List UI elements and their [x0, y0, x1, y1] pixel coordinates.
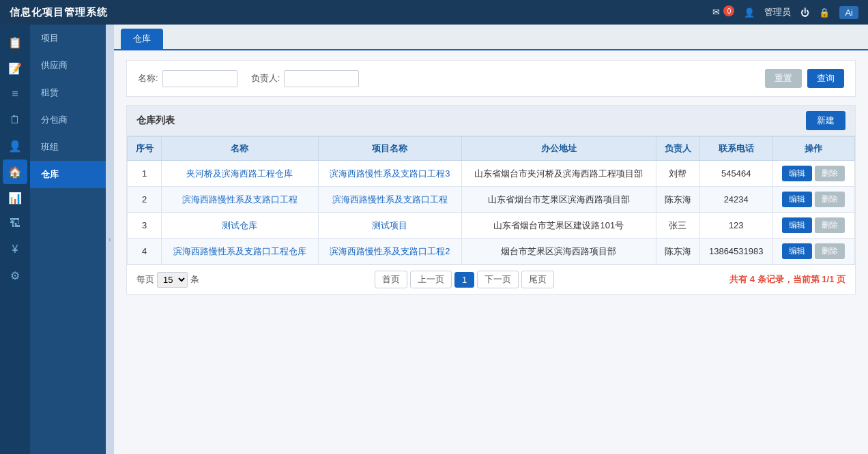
sidebar-label-project: 项目: [41, 32, 59, 44]
cell-name[interactable]: 滨海西路慢性系及支路口工程仓库: [162, 239, 319, 264]
sidebar-icon-project[interactable]: 📋: [3, 30, 27, 55]
sidebar-collapse-handle[interactable]: ‹: [106, 25, 114, 454]
edit-button[interactable]: 编辑: [782, 217, 812, 233]
cell-phone: 13864531983: [699, 239, 772, 264]
sidebar-item-supplier[interactable]: 供应商: [30, 52, 106, 79]
col-id: 序号: [128, 137, 162, 161]
app-title: 信息化项目管理系统: [10, 6, 108, 19]
sidebar-icon-money[interactable]: ¥: [3, 237, 27, 262]
sidebar-icon-extra2[interactable]: 🏗: [3, 211, 27, 236]
table-header-row: 序号 名称 项目名称 办公地址 负责人 联系电话 操作: [128, 137, 855, 161]
sidebar-icon-rental[interactable]: ≡: [3, 82, 27, 106]
table-body: 1夹河桥及滨海西路工程仓库滨海西路慢性系及支路口工程3山东省烟台市夹河桥及滨海西…: [128, 161, 855, 264]
prev-page-button[interactable]: 上一页: [410, 271, 452, 288]
total-count: 4: [750, 274, 757, 284]
cell-name[interactable]: 夹河桥及滨海西路工程仓库: [162, 161, 319, 187]
cell-phone: 123: [699, 213, 772, 239]
total-prefix: 共有: [729, 274, 747, 284]
sidebar-icon-supplier[interactable]: 📝: [3, 56, 27, 80]
sidebar-label-warehouse: 仓库: [41, 168, 59, 181]
cell-address: 山东省烟台市夹河桥及滨海西路工程项目部: [461, 161, 656, 187]
warehouse-table: 序号 名称 项目名称 办公地址 负责人 联系电话 操作 1夹河桥及滨海西路工程仓…: [127, 136, 855, 264]
table-title: 仓库列表: [136, 115, 175, 127]
cell-address: 山东省烟台市芝果区滨海西路项目部: [461, 187, 656, 213]
cell-name[interactable]: 滨海西路慢性系及支路口工程: [162, 187, 319, 213]
sidebar-item-warehouse[interactable]: 仓库: [30, 161, 106, 188]
cell-project[interactable]: 测试项目: [318, 213, 461, 239]
ai-label[interactable]: Ai: [839, 6, 858, 19]
col-name: 名称: [162, 137, 319, 161]
delete-button[interactable]: 删除: [815, 243, 845, 259]
cell-id: 3: [128, 213, 162, 239]
message-badge: 0: [723, 5, 734, 16]
cell-action: 编辑删除: [772, 239, 854, 264]
cell-name[interactable]: 测试仓库: [162, 213, 319, 239]
total-suffix: 条记录，当前第 1/1 页: [757, 274, 845, 284]
search-buttons: 重置 查询: [765, 69, 844, 88]
last-page-button[interactable]: 尾页: [521, 271, 554, 288]
tab-warehouse[interactable]: 仓库: [121, 29, 163, 49]
person-input[interactable]: [284, 70, 359, 87]
sidebar-icon-subcontract[interactable]: 🗒: [3, 108, 27, 132]
tab-bar: 仓库: [114, 25, 868, 50]
next-page-button[interactable]: 下一页: [477, 271, 519, 288]
main-layout: 📋 📝 ≡ 🗒 👤 🏠 📊 🏗 ¥ ⚙ 项目 供应商 租赁 分包商 班组 仓库 …: [0, 25, 868, 454]
col-address: 办公地址: [461, 137, 656, 161]
cell-action: 编辑删除: [772, 213, 854, 239]
edit-button[interactable]: 编辑: [782, 192, 812, 207]
cell-id: 1: [128, 161, 162, 187]
person-field-group: 负责人:: [251, 70, 360, 87]
sidebar-icon-team[interactable]: 👤: [3, 134, 27, 158]
current-page-button[interactable]: 1: [454, 272, 474, 288]
reset-button[interactable]: 重置: [765, 69, 802, 88]
search-button[interactable]: 查询: [807, 69, 844, 88]
sidebar-icon-warehouse[interactable]: 🏠: [3, 160, 27, 184]
message-icon[interactable]: ✉ 0: [712, 7, 735, 18]
cell-project[interactable]: 滨海西路慢性系及支路口工程2: [318, 239, 461, 264]
page-size-select[interactable]: 15 20 50: [157, 272, 188, 288]
page-info: 共有 4 条记录，当前第 1/1 页: [729, 273, 845, 286]
delete-button[interactable]: 删除: [815, 217, 845, 233]
cell-project[interactable]: 滨海西路慢性系及支路口工程3: [318, 161, 461, 187]
table-section: 仓库列表 新建 序号 名称 项目名称 办公地址 负责人 联系电话 操作: [126, 105, 856, 294]
cell-id: 2: [128, 187, 162, 213]
table-row: 4滨海西路慢性系及支路口工程仓库滨海西路慢性系及支路口工程2烟台市芝果区滨海西路…: [128, 239, 855, 264]
sidebar-icon-settings[interactable]: ⚙: [3, 263, 27, 288]
power-icon[interactable]: ⏻: [800, 7, 809, 18]
sidebar-label-team: 班组: [41, 141, 59, 153]
sidebar-icon-extra1[interactable]: 📊: [3, 185, 27, 210]
cell-id: 4: [128, 239, 162, 264]
sidebar-item-team[interactable]: 班组: [30, 134, 106, 161]
name-label: 名称:: [138, 72, 158, 85]
person-label: 负责人:: [251, 72, 280, 85]
content-area: 名称: 负责人: 重置 查询 仓库列表 新建: [114, 50, 868, 454]
edit-button[interactable]: 编辑: [782, 243, 812, 259]
pagination-bar: 每页 15 20 50 条 首页 上一页 1 下一页 尾页: [127, 264, 855, 294]
lock-icon[interactable]: 🔒: [819, 7, 830, 18]
edit-button[interactable]: 编辑: [782, 166, 812, 181]
delete-button[interactable]: 删除: [815, 166, 845, 181]
admin-icon: 👤: [744, 7, 755, 18]
admin-label: 管理员: [764, 6, 791, 18]
cell-phone: 24234: [699, 187, 772, 213]
cell-phone: 545464: [699, 161, 772, 187]
cell-project[interactable]: 滨海西路慢性系及支路口工程: [318, 187, 461, 213]
name-input[interactable]: [162, 70, 237, 87]
cell-person: 陈东海: [656, 239, 699, 264]
tab-warehouse-label: 仓库: [133, 33, 151, 44]
sidebar-label-rental: 租赁: [41, 87, 59, 99]
new-button[interactable]: 新建: [806, 111, 845, 130]
sidebar-item-project[interactable]: 项目: [30, 25, 106, 52]
first-page-button[interactable]: 首页: [375, 271, 407, 288]
table-head: 序号 名称 项目名称 办公地址 负责人 联系电话 操作: [128, 137, 855, 161]
per-page-label: 每页: [136, 273, 154, 286]
sidebar-item-subcontract[interactable]: 分包商: [30, 106, 106, 134]
cell-address: 山东省烟台市芝果区建设路101号: [461, 213, 656, 239]
col-phone: 联系电话: [699, 137, 772, 161]
table-row: 1夹河桥及滨海西路工程仓库滨海西路慢性系及支路口工程3山东省烟台市夹河桥及滨海西…: [128, 161, 855, 187]
sidebar-item-rental[interactable]: 租赁: [30, 79, 106, 106]
top-header: 信息化项目管理系统 ✉ 0 👤 管理员 ⏻ 🔒 Ai: [0, 0, 868, 25]
header-right: ✉ 0 👤 管理员 ⏻ 🔒 Ai: [712, 6, 858, 19]
cell-person: 张三: [656, 213, 699, 239]
delete-button[interactable]: 删除: [815, 192, 845, 207]
